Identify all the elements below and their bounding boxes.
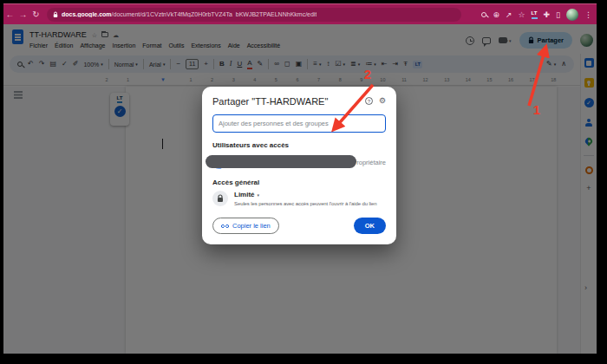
- browser-toolbar: ←→↻ docs.google.com/document/d/1CVztnVkT…: [3, 3, 597, 24]
- profile-avatar[interactable]: [566, 9, 578, 21]
- browser-menu-icon[interactable]: ⋮: [584, 9, 592, 21]
- extensions-puzzle-icon[interactable]: ✚: [544, 9, 551, 21]
- general-access-label: Accès général: [212, 179, 386, 186]
- redacted-user-name: [206, 155, 356, 168]
- annotation-label-1: 1: [531, 102, 543, 117]
- settings-gear-icon[interactable]: ⚙: [379, 97, 386, 105]
- ok-button[interactable]: OK: [354, 218, 386, 234]
- chevron-down-icon: ▾: [258, 192, 260, 198]
- owner-row: Propriétaire: [212, 154, 386, 170]
- bookmark-star-icon[interactable]: ☆: [519, 9, 525, 21]
- page-url: docs.google.com/document/d/1CVztnVkT4fMg…: [62, 11, 317, 17]
- link-icon: [221, 224, 229, 229]
- address-bar[interactable]: docs.google.com/document/d/1CVztnVkT4fMg…: [47, 8, 461, 22]
- search-icon[interactable]: [481, 12, 486, 17]
- annotation-label-2: 2: [362, 67, 374, 81]
- general-access-row: Limité▾ Seules les personnes avec accès …: [212, 191, 386, 206]
- back-icon[interactable]: ←: [3, 4, 16, 25]
- copy-link-button[interactable]: Copier le lien: [212, 218, 279, 234]
- owner-role-label: Propriétaire: [352, 159, 386, 166]
- restricted-lock-icon: [212, 191, 228, 206]
- users-with-access-label: Utilisateurs avec accès: [212, 141, 386, 149]
- install-app-icon[interactable]: ⊕: [493, 9, 499, 21]
- share-page-icon[interactable]: ↗: [506, 9, 512, 21]
- help-icon[interactable]: ?: [365, 97, 373, 105]
- add-people-input[interactable]: [212, 114, 386, 133]
- languagetool-extension-icon[interactable]: LT: [532, 10, 538, 19]
- reload-icon[interactable]: ↻: [29, 4, 42, 25]
- access-level-select[interactable]: Limité▾: [234, 191, 377, 198]
- share-dialog-title: Partager "TT-HARDWARE": [212, 96, 365, 107]
- https-lock-icon: [53, 11, 58, 18]
- share-dialog: Partager "TT-HARDWARE" ? ⚙ Utilisateurs …: [202, 87, 396, 244]
- access-description: Seules les personnes avec accès peuvent …: [234, 201, 377, 206]
- side-panel-icon[interactable]: ▯: [556, 9, 560, 21]
- browser-window: ←→↻ docs.google.com/document/d/1CVztnVkT…: [3, 3, 597, 354]
- forward-icon[interactable]: →: [16, 4, 29, 25]
